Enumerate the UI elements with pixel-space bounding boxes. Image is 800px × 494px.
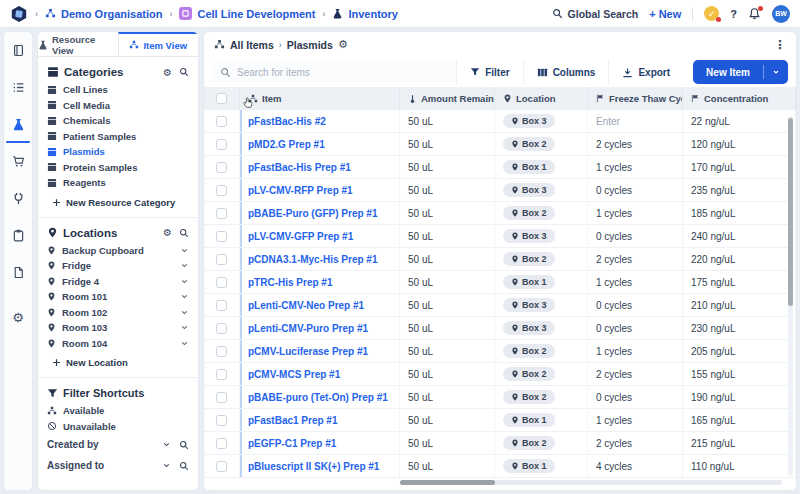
table-row[interactable]: pFastBac1 Prep #1 50 uL Box 1 1 cycles 1… [204,409,796,432]
table-row[interactable]: pBABE-puro (Tet-On) Prep #1 50 uL Box 2 … [204,386,796,409]
concentration-cell[interactable]: 165 ng/uL [683,409,796,431]
item-name-link[interactable]: pBluescript II SK(+) Prep #1 [248,461,379,472]
location-item[interactable]: Room 102 [47,305,189,321]
location-pill[interactable]: Box 2 [503,344,555,358]
more-options-kebab-icon[interactable]: ⋮ [774,38,786,52]
concentration-cell[interactable]: 110 ng/uL [683,455,796,477]
freeze-thaw-cell[interactable]: 2 cycles [588,248,683,270]
concentration-cell[interactable]: 170 ng/uL [683,156,796,178]
location-item[interactable]: Room 103 [47,320,189,336]
table-row[interactable]: pBABE-Puro (GFP) Prep #1 50 uL Box 2 1 c… [204,202,796,225]
freeze-thaw-cell[interactable]: 1 cycles [588,340,683,362]
items-search[interactable] [212,61,456,83]
table-row[interactable]: pBluescript II SK(+) Prep #1 50 uL Box 1… [204,455,796,478]
export-button[interactable]: Export [608,60,683,84]
items-search-input[interactable] [237,67,448,78]
item-name-link[interactable]: pFastBac1 Prep #1 [248,415,338,426]
freeze-thaw-cell[interactable]: 0 cycles [588,317,683,339]
new-location-button[interactable]: New Location [47,351,189,373]
concentration-cell[interactable]: 155 ng/uL [683,363,796,385]
category-item[interactable]: Reagents [47,175,189,191]
chevron-down-icon[interactable] [180,292,189,301]
category-item[interactable]: Cell Media [47,98,189,114]
chevron-down-icon[interactable] [180,246,189,255]
location-pill[interactable]: Box 2 [503,252,555,266]
item-name-link[interactable]: pFastBac-His #2 [248,116,326,127]
location-pill[interactable]: Box 3 [503,183,555,197]
settings-gear-icon[interactable]: ⚙ [4,299,32,336]
help-button[interactable]: ? [730,8,737,20]
concentration-cell[interactable]: 235 ng/uL [683,179,796,201]
table-row[interactable]: pEGFP-C1 Prep #1 50 uL Box 2 2 cycles 21… [204,432,796,455]
locations-search-icon[interactable] [179,228,189,238]
location-pill[interactable]: Box 1 [503,160,555,174]
all-items-link[interactable]: All Items [230,39,274,51]
inventory-flask-icon[interactable] [4,106,32,143]
freeze-thaw-cell[interactable]: 2 cycles [588,432,683,454]
item-name-link[interactable]: pCMV-Luciferase Prep #1 [248,346,368,357]
concentration-cell[interactable]: 120 ng/uL [683,133,796,155]
table-row[interactable]: pLenti-CMV-Neo Prep #1 50 uL Box 3 0 cyc… [204,294,796,317]
category-item[interactable]: Plasmids [47,144,189,160]
location-item[interactable]: Backup Cupboard [47,243,189,259]
freeze-thaw-cell[interactable]: 2 cycles [588,133,683,155]
table-row[interactable]: pLenti-CMV-Puro Prep #1 50 uL Box 3 0 cy… [204,317,796,340]
documents-icon[interactable] [4,254,32,291]
row-checkbox[interactable] [216,116,227,127]
table-row[interactable]: pTRC-His Prep #1 50 uL Box 1 1 cycles 17… [204,271,796,294]
item-name-link[interactable]: pCDNA3.1-Myc-His Prep #1 [248,254,377,265]
category-item[interactable]: Protein Samples [47,160,189,176]
created-by-filter[interactable]: Created by [47,434,189,455]
freeze-thaw-cell[interactable]: 1 cycles [588,409,683,431]
table-row[interactable]: pCMV-Luciferase Prep #1 50 uL Box 2 1 cy… [204,340,796,363]
breadcrumb-inventory[interactable]: Inventory [332,8,398,20]
concentration-cell[interactable]: 210 ng/uL [683,294,796,316]
breadcrumb-organisation[interactable]: Demo Organisation [45,8,162,20]
chevron-down-icon[interactable] [162,440,171,449]
item-name-link[interactable]: pFastBac-His Prep #1 [248,162,351,173]
categories-search-icon[interactable] [179,67,189,77]
item-name-link[interactable]: pBABE-Puro (GFP) Prep #1 [248,208,377,219]
row-checkbox[interactable] [216,438,227,449]
new-resource-category-button[interactable]: New Resource Category [47,191,189,213]
location-pill[interactable]: Box 2 [503,436,555,450]
freeze-thaw-cell[interactable]: 4 cycles [588,455,683,477]
horizontal-scrollbar-thumb[interactable] [400,480,495,485]
assigned-to-filter[interactable]: Assigned to [47,455,189,476]
tab-resource-view[interactable]: Resource View [38,32,118,56]
chevron-down-icon[interactable] [180,308,189,317]
row-checkbox[interactable] [216,461,227,472]
new-button[interactable]: + New [649,8,681,20]
row-checkbox[interactable] [216,369,227,380]
freeze-thaw-cell[interactable]: 0 cycles [588,386,683,408]
row-checkbox[interactable] [216,415,227,426]
filter-unavailable[interactable]: Unavailable [47,419,189,435]
category-item[interactable]: Patient Samples [47,129,189,145]
location-pill[interactable]: Box 3 [503,298,555,312]
vertical-scrollbar-thumb[interactable] [788,118,793,306]
approvals-button[interactable]: ✓ [704,6,719,21]
devices-icon[interactable] [4,180,32,217]
app-logo[interactable] [10,5,28,23]
categories-settings-gear-icon[interactable]: ⚙ [163,67,172,78]
notifications-button[interactable] [748,7,761,20]
row-checkbox[interactable] [216,208,227,219]
chevron-down-icon[interactable] [180,261,189,270]
tab-item-view[interactable]: Item View [118,32,199,56]
location-pill[interactable]: Box 3 [503,229,555,243]
row-checkbox[interactable] [216,392,227,403]
location-item[interactable]: Fridge [47,258,189,274]
breadcrumb-workspace[interactable]: Cell Line Development [179,7,315,20]
filter-button[interactable]: Filter [456,60,522,84]
row-checkbox[interactable] [216,300,227,311]
column-header-amount[interactable]: Amount Remaining [400,87,495,110]
category-item[interactable]: Cell Lines [47,82,189,98]
item-name-link[interactable]: pCMV-MCS Prep #1 [248,369,340,380]
row-checkbox[interactable] [216,323,227,334]
freeze-thaw-cell[interactable]: 1 cycles [588,202,683,224]
concentration-cell[interactable]: 230 ng/uL [683,317,796,339]
row-checkbox[interactable] [216,254,227,265]
location-pill[interactable]: Box 1 [503,413,555,427]
concentration-cell[interactable]: 205 ng/uL [683,340,796,362]
location-item[interactable]: Fridge 4 [47,274,189,290]
